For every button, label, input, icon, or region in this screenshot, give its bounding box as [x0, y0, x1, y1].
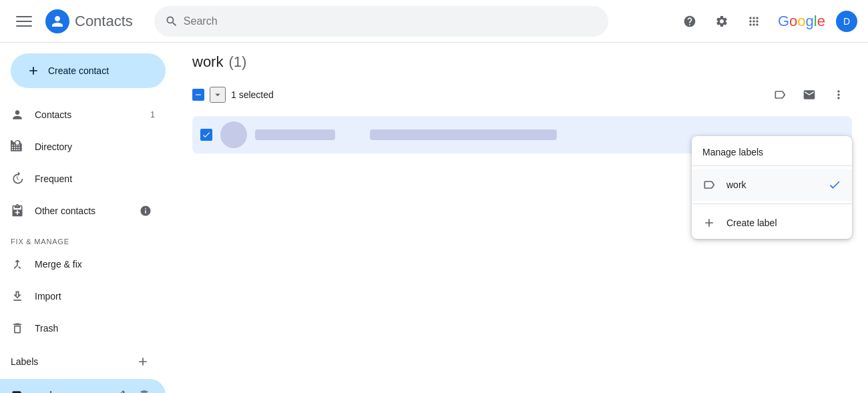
settings-icon	[715, 15, 728, 28]
dropdown-item-work-label: work	[726, 179, 746, 190]
directory-icon	[11, 140, 24, 153]
layout: Create contact Contacts 1 Directory	[0, 43, 868, 393]
selection-actions	[767, 81, 852, 108]
dropdown-item-create-label[interactable]: Create label	[692, 207, 852, 239]
menu-button[interactable]	[11, 8, 37, 35]
contacts-app-icon	[45, 9, 69, 33]
add-label-button[interactable]	[131, 350, 155, 374]
edit-icon	[114, 389, 126, 393]
sidebar-import-label: Import	[35, 291, 61, 302]
check-icon	[202, 130, 211, 139]
item-check-icon	[828, 178, 841, 191]
page-header: work (1)	[192, 53, 852, 71]
work-label-actions	[110, 384, 155, 393]
manage-labels-dropdown: Manage labels work Create label	[692, 136, 852, 239]
topbar: Contacts Google D	[0, 0, 868, 43]
selection-dropdown-button[interactable]	[210, 87, 226, 103]
import-icon	[11, 290, 24, 303]
contact-name	[255, 129, 335, 140]
divider-2	[692, 204, 852, 204]
search-input[interactable]	[184, 15, 598, 27]
topbar-right: Google D	[676, 8, 857, 35]
plus-icon	[27, 64, 40, 77]
contact-info	[370, 129, 557, 140]
label-action-button[interactable]	[767, 81, 793, 108]
avatar[interactable]: D	[836, 11, 857, 32]
create-contact-label: Create contact	[48, 65, 109, 76]
sidebar-item-directory[interactable]: Directory	[0, 131, 166, 163]
settings-button[interactable]	[708, 8, 735, 35]
main-content: work (1) 1 selected	[176, 43, 868, 393]
plus-label-icon	[702, 216, 716, 230]
google-logo: Google	[778, 13, 825, 30]
person-add-icon	[11, 204, 24, 218]
sidebar-trash-label: Trash	[35, 323, 58, 334]
app-title: Contacts	[75, 13, 133, 30]
person-icon	[11, 108, 24, 121]
fix-manage-section-title: Fix & manage	[0, 227, 176, 248]
labels-section-title: Labels	[11, 356, 131, 367]
create-contact-button[interactable]: Create contact	[11, 53, 166, 88]
sidebar-item-frequent[interactable]: Frequent	[0, 163, 166, 195]
hamburger-icon	[16, 13, 32, 29]
sidebar-other-contacts-label: Other contacts	[35, 206, 95, 216]
help-button[interactable]	[676, 8, 703, 35]
contact-checkbox[interactable]	[200, 129, 212, 141]
labels-header: Labels	[0, 344, 166, 379]
sidebar-directory-label: Directory	[35, 141, 72, 152]
email-icon	[803, 88, 816, 101]
label-icon	[11, 388, 24, 393]
selection-bar: 1 selected	[192, 81, 852, 108]
help-icon	[683, 15, 696, 28]
edit-label-button[interactable]	[110, 384, 131, 393]
page-count: (1)	[228, 53, 246, 71]
label-action-icon	[773, 88, 787, 101]
label-item-icon	[702, 178, 716, 191]
history-icon	[11, 172, 24, 185]
select-all-checkbox[interactable]	[192, 89, 204, 101]
sidebar-item-import[interactable]: Import	[0, 280, 166, 312]
sidebar-item-work-label[interactable]: work	[0, 379, 166, 393]
merge-icon	[11, 258, 24, 271]
add-icon	[136, 355, 150, 368]
sidebar-item-trash[interactable]: Trash	[0, 312, 166, 344]
work-label-text: work	[35, 390, 55, 393]
sidebar-merge-label: Merge & fix	[35, 259, 82, 270]
sidebar-item-other-contacts[interactable]: Other contacts	[0, 195, 166, 227]
info-icon	[140, 205, 152, 217]
send-email-button[interactable]	[796, 81, 823, 108]
indeterminate-icon	[194, 90, 203, 99]
sidebar-item-merge[interactable]: Merge & fix	[0, 248, 166, 280]
sidebar-item-contacts[interactable]: Contacts 1	[0, 99, 166, 131]
apps-icon	[747, 15, 761, 28]
delete-label-button[interactable]	[134, 384, 155, 393]
trash-icon	[11, 322, 24, 335]
topbar-left: Contacts	[11, 8, 133, 35]
more-options-button[interactable]	[825, 81, 852, 108]
contact-avatar	[220, 121, 247, 148]
delete-icon	[138, 389, 150, 393]
search-bar[interactable]	[154, 6, 608, 37]
more-vert-icon	[832, 88, 845, 101]
divider	[692, 165, 852, 166]
selected-count-text: 1 selected	[231, 89, 274, 100]
page-title: work	[192, 53, 223, 71]
dropdown-title: Manage labels	[692, 136, 852, 163]
sidebar-frequent-label: Frequent	[35, 173, 72, 184]
dropdown-item-create-label-text: Create label	[726, 218, 777, 228]
apps-button[interactable]	[740, 8, 767, 35]
other-contacts-info-button[interactable]	[136, 202, 155, 220]
sidebar: Create contact Contacts 1 Directory	[0, 43, 176, 393]
app-logo: Contacts	[45, 9, 133, 33]
contacts-badge: 1	[150, 110, 155, 119]
sidebar-contacts-label: Contacts	[35, 109, 71, 120]
dropdown-item-work[interactable]: work	[692, 169, 852, 201]
search-icon	[165, 15, 178, 28]
chevron-down-icon	[212, 89, 224, 101]
